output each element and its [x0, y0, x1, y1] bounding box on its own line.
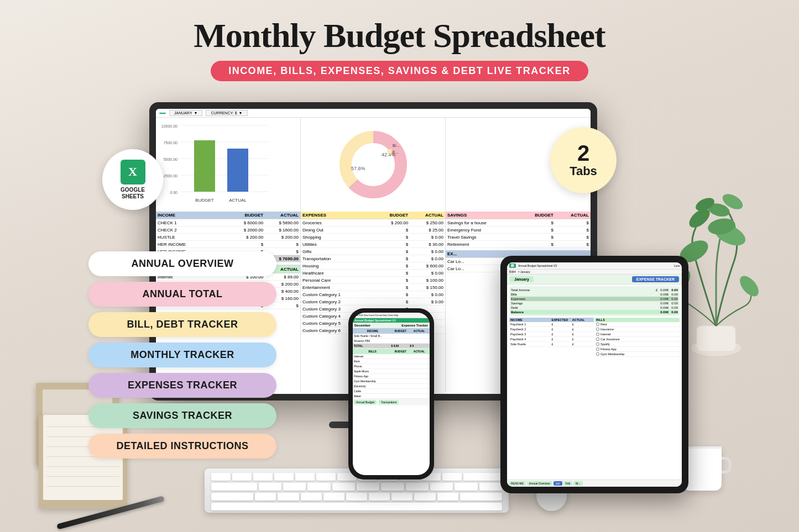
savings-label: Savings: [511, 302, 523, 305]
key[interactable]: [211, 473, 231, 481]
phone-screen: File Edit View Insert Format Data Tools …: [353, 313, 430, 475]
tablet-tab-more[interactable]: M...: [573, 481, 582, 486]
key[interactable]: [307, 483, 330, 491]
tablet-bills-item: Spotify: [595, 342, 680, 347]
bills-checkbox[interactable]: [596, 338, 599, 341]
excel-x-letter: X: [128, 165, 137, 179]
phone-bills-row: Cable: [353, 389, 430, 394]
phone-tab-transactions[interactable]: Transactions: [379, 400, 399, 404]
income-header: INCOME BUDGET ACTUAL: [156, 212, 300, 219]
tabs-number: 2: [577, 142, 589, 164]
mug-handle: [722, 457, 732, 473]
key[interactable]: [479, 483, 502, 491]
key[interactable]: [332, 483, 355, 491]
key[interactable]: [430, 483, 453, 491]
bills-checkbox[interactable]: [596, 328, 599, 331]
key[interactable]: [295, 473, 315, 481]
bills-checkbox[interactable]: [596, 343, 599, 346]
key[interactable]: [278, 493, 299, 501]
tablet-tab-readme[interactable]: READ ME: [509, 481, 526, 486]
tablet-month-label: January: [510, 276, 534, 282]
phone-bills-row: Internet: [353, 354, 430, 359]
expense-row: Personal Care$$ 100.00: [301, 277, 445, 284]
savings-rows: Savings for a house$$ Emergency Fund$$ T…: [446, 219, 591, 248]
tablet-tab-feb[interactable]: Feb: [563, 481, 573, 486]
expense-row: Custom Category 2$$ 0.00: [301, 298, 445, 305]
key-tab[interactable]: [211, 483, 257, 491]
phone-bills-row: Water: [353, 394, 430, 399]
ss-dropdown-january[interactable]: JANUARY ▼: [169, 110, 202, 116]
tablet-tabs: READ ME Annual Overview Jan Feb M...: [507, 480, 682, 487]
key[interactable]: [381, 483, 404, 491]
notepad-line: [46, 468, 119, 477]
key[interactable]: [369, 493, 390, 501]
donut-area: 57.6% 42.4% Bi... E...: [301, 118, 445, 212]
key[interactable]: [437, 493, 458, 501]
keyboard-row-3: [211, 493, 502, 501]
ss-green-tab: [159, 113, 166, 114]
key[interactable]: [442, 473, 462, 481]
key[interactable]: [255, 493, 276, 501]
income-row: CHECK 1$ 6000.00$ 5890.00: [156, 219, 300, 227]
phone-tab-budget[interactable]: Annual Budget: [354, 400, 377, 404]
phone-income-total: TOTAL$ 8.00$ 5: [353, 344, 430, 349]
key-backspace[interactable]: [463, 473, 502, 481]
donut-chart-svg: 57.6% 42.4% Bi... E...: [335, 126, 412, 203]
phone-mockup: File Edit View Insert Format Data Tools …: [348, 308, 434, 480]
tablet-balance-row: Balance 0.00€ 0.00: [511, 310, 678, 314]
tablet-income-row: Paycheck 2££: [509, 327, 594, 332]
mug-body: [683, 446, 722, 491]
key[interactable]: [391, 493, 412, 501]
key[interactable]: [253, 473, 273, 481]
tablet-income-header: INCOMEEXPECTEDACTUAL: [509, 318, 594, 322]
income-row: HUSTLE$ 200.00$ 200.00: [156, 234, 300, 241]
expense-row: Gifts$$ 0.00: [301, 248, 445, 255]
tablet-savings-row: Savings 0.00€ 0.00: [511, 301, 678, 305]
phone-bills-row: Apple Music: [353, 369, 430, 374]
phone-income-header: INCOMEBUDGETACTUAL: [353, 328, 430, 334]
svg-text:ACTUAL: ACTUAL: [229, 198, 247, 203]
key[interactable]: [316, 473, 336, 481]
key[interactable]: [283, 483, 306, 491]
phone-income-row: Amazon FBA: [353, 339, 430, 344]
expense-row: Transportation$$ 0.00: [301, 255, 445, 262]
key[interactable]: [301, 493, 322, 501]
key[interactable]: [232, 473, 252, 481]
svg-rect-24: [697, 326, 735, 351]
key[interactable]: [346, 493, 367, 501]
header: Monthly Budget Spreadsheet INCOME, BILLS…: [0, 17, 799, 81]
tablet-bills-item: Insurance: [595, 327, 680, 332]
key[interactable]: [323, 493, 344, 501]
key-spacebar[interactable]: [211, 503, 502, 510]
svg-rect-19: [387, 143, 391, 147]
expense-row: Shopping$$ 0.00: [301, 234, 445, 241]
key[interactable]: [414, 493, 435, 501]
tablet-user: Lora: [674, 264, 680, 267]
tablet-tab-jan[interactable]: Jan: [553, 481, 562, 486]
key[interactable]: [274, 473, 294, 481]
key-enter[interactable]: [460, 493, 502, 501]
bills-checkbox[interactable]: [596, 333, 599, 336]
gs-label: GOOGLE SHEETS: [121, 187, 145, 200]
tablet-income-row: Side Hustle££: [509, 342, 594, 347]
expense-row: Dining Out$$ 25.00: [301, 227, 445, 234]
tablet-tab-annual[interactable]: Annual Overview: [527, 481, 552, 486]
svg-rect-21: [387, 149, 391, 154]
key-caps[interactable]: [211, 493, 253, 501]
svg-point-30: [737, 272, 763, 299]
key[interactable]: [406, 483, 429, 491]
key[interactable]: [259, 483, 281, 491]
bills-checkbox[interactable]: [596, 323, 599, 326]
key[interactable]: [455, 483, 477, 491]
keyboard-row-2: [211, 483, 502, 491]
key[interactable]: [357, 483, 379, 491]
ss-dropdown-currency[interactable]: CURRENCY: $ ▼: [206, 110, 247, 116]
tabs-label: Tabs: [570, 164, 597, 178]
savings-row: Emergency Fund$$: [446, 227, 591, 234]
income-row: CHECK 2$ 2000.00$ 1600.00: [156, 227, 300, 234]
tablet-income-row: Paycheck 3££: [509, 332, 594, 337]
phone-tabs: Annual Budget Transactions: [353, 399, 430, 405]
tablet-bills-item: Car Insurance: [595, 337, 680, 342]
bills-checkbox[interactable]: [596, 352, 599, 356]
bills-checkbox[interactable]: [596, 347, 599, 351]
